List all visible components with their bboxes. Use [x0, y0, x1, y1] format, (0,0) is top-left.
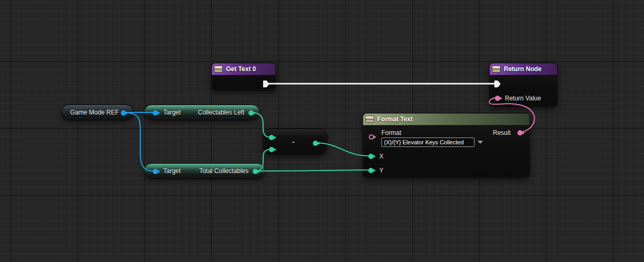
- wire-gamemode-to-totalcollectables-target: [123, 112, 153, 171]
- function-icon: [214, 66, 222, 72]
- function-icon: [366, 116, 374, 122]
- node-get-text-0[interactable]: Get Text 0: [211, 63, 276, 90]
- node-game-mode-ref[interactable]: Game Mode REF: [61, 105, 133, 120]
- result-output-pin[interactable]: [517, 130, 523, 135]
- variable-label: Collectables Left: [198, 109, 244, 116]
- function-icon: [492, 66, 500, 72]
- y-input-pin[interactable]: [368, 168, 374, 173]
- return-value-label: Return Value: [505, 95, 541, 102]
- format-input-pin[interactable]: [369, 134, 374, 140]
- x-input-pin[interactable]: [368, 154, 374, 159]
- node-collectables-left[interactable]: Target Collectables Left: [144, 105, 260, 120]
- node-header: Return Node: [490, 63, 557, 75]
- node-subtract[interactable]: -: [263, 129, 327, 155]
- target-label: Target: [163, 109, 180, 116]
- subtract-output-pin[interactable]: [313, 141, 318, 146]
- exec-output-pin[interactable]: [263, 81, 269, 87]
- target-input-pin[interactable]: [153, 169, 158, 174]
- node-return[interactable]: Return Node Return Value: [489, 63, 558, 107]
- subtract-input-a-pin[interactable]: [269, 135, 274, 140]
- node-format-text[interactable]: Format Text Format X Y Result: [363, 113, 530, 178]
- node-title: Get Text 0: [226, 65, 256, 73]
- node-title: Format Text: [377, 116, 413, 123]
- node-total-collectables[interactable]: Target Total Collectables: [144, 163, 265, 179]
- node-header: Format Text: [363, 113, 529, 126]
- format-text-field[interactable]: [381, 138, 474, 147]
- target-label: Target: [163, 167, 180, 175]
- int-output-pin[interactable]: [253, 169, 258, 174]
- exec-input-pin[interactable]: [494, 81, 501, 87]
- node-header: Get Text 0: [212, 63, 276, 75]
- subtract-input-b-pin[interactable]: [269, 147, 274, 152]
- node-title: Return Node: [504, 65, 541, 73]
- wire-totalcollectables-to-y: [255, 170, 368, 171]
- x-label: X: [379, 153, 383, 160]
- variable-label: Game Mode REF: [62, 109, 119, 116]
- return-value-pin[interactable]: [495, 96, 500, 101]
- subtract-operator: -: [292, 139, 295, 144]
- chevron-down-icon[interactable]: [478, 141, 483, 144]
- target-input-pin[interactable]: [153, 110, 158, 116]
- blueprint-canvas[interactable]: Get Text 0 Return Node Return Value Game…: [0, 0, 644, 262]
- object-output-pin[interactable]: [121, 110, 126, 116]
- result-label: Result: [493, 129, 511, 136]
- y-label: Y: [379, 167, 383, 174]
- variable-label: Total Collectables: [199, 167, 248, 175]
- format-label: Format: [381, 129, 401, 136]
- int-output-pin[interactable]: [248, 110, 254, 116]
